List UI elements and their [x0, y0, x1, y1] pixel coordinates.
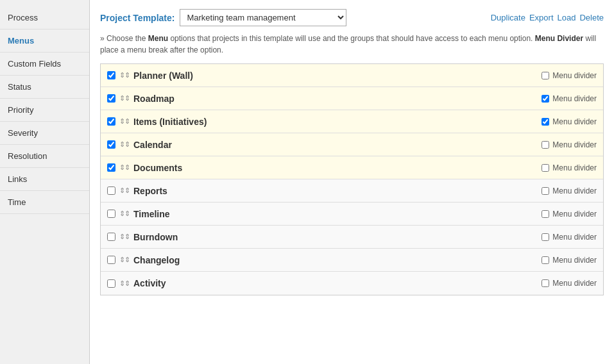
header-row: Project Template: Marketing team managem…	[100, 9, 604, 26]
menu-row-right-items: Menu divider	[542, 117, 597, 126]
sidebar-item-status[interactable]: Status	[0, 76, 89, 99]
menu-row-right-timeline: Menu divider	[542, 210, 597, 219]
menu-label-activity: Activity	[133, 278, 166, 288]
duplicate-link[interactable]: Duplicate	[491, 13, 525, 22]
header-actions: Duplicate Export Load Delete	[491, 13, 604, 22]
menu-row-burndown: ⇕⇕BurndownMenu divider	[101, 226, 603, 249]
divider-checkbox-items[interactable]	[542, 118, 549, 126]
menu-label-reports: Reports	[133, 186, 167, 196]
divider-label-documents: Menu divider	[552, 163, 597, 172]
move-icon-activity: ⇕⇕	[119, 279, 130, 288]
menu-row-left-calendar: ⇕⇕Calendar	[107, 140, 172, 150]
menu-row-right-reports: Menu divider	[542, 186, 597, 195]
menu-checkbox-reports[interactable]	[107, 186, 115, 195]
menu-checkbox-burndown[interactable]	[107, 233, 115, 241]
menu-row-right-planner: Menu divider	[542, 71, 597, 80]
divider-checkbox-burndown[interactable]	[542, 233, 549, 241]
divider-label-changelog: Menu divider	[552, 256, 597, 265]
sidebar: ProcessMenusCustom FieldsStatusPriorityS…	[0, 0, 90, 364]
divider-checkbox-reports[interactable]	[542, 187, 549, 195]
project-template-select[interactable]: Marketing team management	[180, 9, 346, 26]
menu-row-right-changelog: Menu divider	[542, 256, 597, 265]
menu-row-reports: ⇕⇕ReportsMenu divider	[101, 179, 603, 203]
main-content: Project Template: Marketing team managem…	[90, 0, 614, 364]
menu-row-left-changelog: ⇕⇕Changelog	[107, 255, 180, 265]
move-icon-timeline: ⇕⇕	[119, 210, 130, 218]
move-icon-burndown: ⇕⇕	[119, 233, 130, 241]
sidebar-item-links[interactable]: Links	[0, 168, 89, 191]
divider-checkbox-changelog[interactable]	[542, 256, 549, 264]
divider-checkbox-calendar[interactable]	[542, 141, 549, 149]
sidebar-item-custom-fields[interactable]: Custom Fields	[0, 53, 89, 76]
menu-label-documents: Documents	[133, 163, 182, 173]
menu-row-left-roadmap: ⇕⇕Roadmap	[107, 94, 175, 104]
load-link[interactable]: Load	[558, 13, 576, 22]
menu-checkbox-documents[interactable]	[107, 163, 115, 172]
menu-row-left-timeline: ⇕⇕Timeline	[107, 209, 170, 219]
menu-row-left-activity: ⇕⇕Activity	[107, 278, 166, 288]
move-icon-reports: ⇕⇕	[119, 186, 130, 195]
menu-checkbox-activity[interactable]	[107, 279, 115, 288]
move-icon-planner: ⇕⇕	[119, 71, 130, 79]
menu-row-right-burndown: Menu divider	[542, 233, 597, 242]
move-icon-calendar: ⇕⇕	[119, 140, 130, 149]
menu-label-items: Items (Initiatives)	[133, 117, 207, 127]
menu-label-timeline: Timeline	[133, 209, 170, 219]
divider-label-calendar: Menu divider	[552, 140, 597, 149]
divider-checkbox-documents[interactable]	[542, 164, 549, 172]
divider-label-timeline: Menu divider	[552, 210, 597, 219]
move-icon-items: ⇕⇕	[119, 117, 130, 126]
header-left: Project Template: Marketing team managem…	[100, 9, 346, 26]
menu-row-items: ⇕⇕Items (Initiatives)Menu divider	[101, 110, 603, 133]
move-icon-roadmap: ⇕⇕	[119, 94, 130, 103]
menu-row-activity: ⇕⇕ActivityMenu divider	[101, 272, 603, 295]
menu-label-changelog: Changelog	[133, 255, 180, 265]
instruction-text-1: Choose the	[107, 34, 148, 43]
sidebar-item-severity[interactable]: Severity	[0, 122, 89, 145]
menu-checkbox-roadmap[interactable]	[107, 94, 115, 103]
menu-row-left-planner: ⇕⇕Planner (Wall)	[107, 70, 193, 81]
menu-row-documents: ⇕⇕DocumentsMenu divider	[101, 156, 603, 179]
export-link[interactable]: Export	[529, 13, 554, 22]
sidebar-item-priority[interactable]: Priority	[0, 99, 89, 122]
menu-checkbox-items[interactable]	[107, 117, 115, 126]
divider-label-planner: Menu divider	[552, 71, 597, 80]
menu-list: ⇕⇕Planner (Wall)Menu divider⇕⇕RoadmapMen…	[100, 63, 604, 295]
menu-row-changelog: ⇕⇕ChangelogMenu divider	[101, 249, 603, 272]
menu-label-burndown: Burndown	[133, 232, 178, 242]
sidebar-item-process[interactable]: Process	[0, 6, 89, 29]
divider-label-roadmap: Menu divider	[552, 94, 597, 103]
menu-row-left-items: ⇕⇕Items (Initiatives)	[107, 117, 207, 127]
menu-label-calendar: Calendar	[133, 140, 172, 150]
divider-label-reports: Menu divider	[552, 186, 597, 195]
move-icon-changelog: ⇕⇕	[119, 256, 130, 264]
divider-label-activity: Menu divider	[552, 279, 597, 288]
menu-checkbox-timeline[interactable]	[107, 210, 115, 218]
menu-row-left-burndown: ⇕⇕Burndown	[107, 232, 178, 242]
divider-checkbox-planner[interactable]	[542, 72, 549, 79]
menu-row-roadmap: ⇕⇕RoadmapMenu divider	[101, 87, 603, 110]
sidebar-item-menus[interactable]: Menus	[0, 29, 89, 53]
menu-checkbox-changelog[interactable]	[107, 256, 115, 264]
sidebar-item-time[interactable]: Time	[0, 191, 89, 214]
delete-link[interactable]: Delete	[579, 13, 604, 22]
divider-checkbox-activity[interactable]	[542, 279, 549, 287]
menu-row-right-roadmap: Menu divider	[542, 94, 597, 103]
project-template-label: Project Template:	[100, 13, 175, 23]
instructions: » Choose the Menu options that projects …	[100, 33, 604, 56]
menu-checkbox-calendar[interactable]	[107, 140, 115, 149]
menu-checkbox-planner[interactable]	[107, 71, 115, 79]
sidebar-item-resolution[interactable]: Resolution	[0, 145, 89, 168]
instruction-text-2: options that projects in this template w…	[170, 34, 534, 43]
menu-row-timeline: ⇕⇕TimelineMenu divider	[101, 203, 603, 226]
arrow: »	[100, 34, 105, 43]
menu-row-planner: ⇕⇕Planner (Wall)Menu divider	[101, 64, 603, 87]
divider-checkbox-roadmap[interactable]	[542, 95, 549, 103]
menu-row-calendar: ⇕⇕CalendarMenu divider	[101, 133, 603, 156]
divider-label-items: Menu divider	[552, 117, 597, 126]
menu-row-right-activity: Menu divider	[542, 279, 597, 288]
instruction-bold-divider: Menu Divider	[535, 34, 583, 43]
divider-label-burndown: Menu divider	[552, 233, 597, 242]
divider-checkbox-timeline[interactable]	[542, 210, 549, 218]
move-icon-documents: ⇕⇕	[119, 163, 130, 172]
